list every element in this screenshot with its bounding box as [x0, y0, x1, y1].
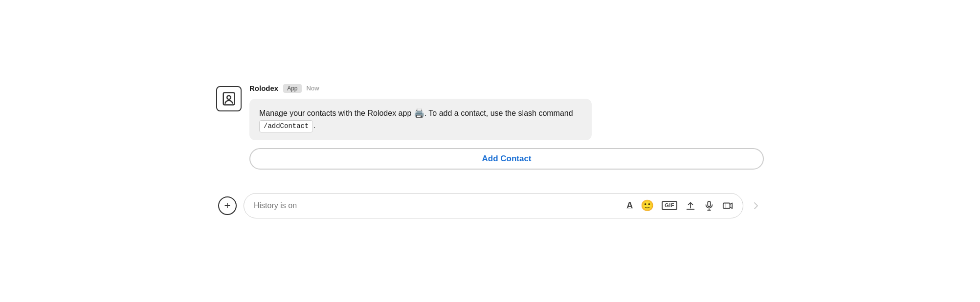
svg-rect-2 — [708, 201, 711, 206]
svg-point-1 — [227, 95, 231, 99]
message-text-end: . — [313, 121, 315, 129]
avatar — [216, 86, 242, 111]
gif-badge: GIF — [662, 201, 677, 210]
video-icon[interactable] — [722, 200, 733, 211]
message-text-after: . To add a contact, use the slash comman… — [424, 109, 573, 117]
message-bubble: Manage your contacts with the Rolodex ap… — [249, 99, 592, 140]
input-icons: A 🙂 GIF — [626, 199, 733, 212]
message-input[interactable] — [254, 201, 621, 210]
message-header: Rolodex App Now — [249, 84, 764, 93]
message-content: Rolodex App Now Manage your contacts wit… — [249, 84, 764, 170]
timestamp: Now — [307, 85, 319, 92]
svg-rect-5 — [723, 203, 730, 208]
sender-name: Rolodex — [249, 84, 278, 92]
rolodex-emoji: 🖨️ — [414, 108, 424, 118]
send-icon — [750, 200, 762, 212]
message-row: Rolodex App Now Manage your contacts wit… — [216, 84, 764, 170]
input-box: A 🙂 GIF — [244, 193, 743, 218]
upload-icon[interactable] — [685, 200, 696, 211]
slash-command: /addContact — [259, 120, 313, 132]
send-button[interactable] — [750, 200, 762, 212]
chat-container: Rolodex App Now Manage your contacts wit… — [197, 72, 783, 230]
plus-icon: + — [224, 199, 231, 212]
plus-button[interactable]: + — [218, 196, 237, 215]
add-contact-button[interactable]: Add Contact — [249, 148, 764, 170]
emoji-icon[interactable]: 🙂 — [641, 199, 654, 212]
gif-icon[interactable]: GIF — [662, 201, 677, 210]
contact-icon — [222, 91, 236, 106]
input-area: + A 🙂 GIF — [216, 193, 764, 218]
mic-icon[interactable] — [704, 200, 714, 211]
text-format-icon[interactable]: A — [626, 200, 633, 211]
app-badge: App — [283, 84, 301, 93]
message-text-before: Manage your contacts with the Rolodex ap… — [259, 109, 414, 117]
